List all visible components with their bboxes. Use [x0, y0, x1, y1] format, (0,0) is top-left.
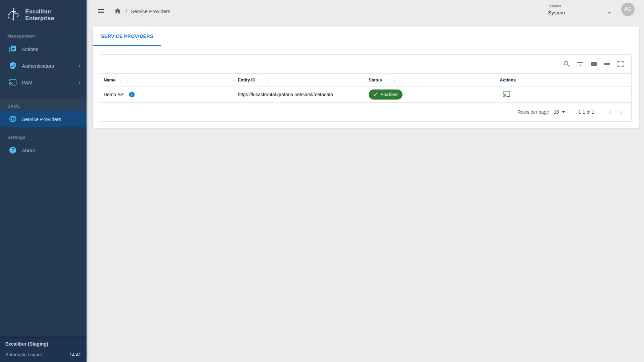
- search-icon[interactable]: [563, 60, 571, 68]
- column-label: Actions: [500, 77, 516, 82]
- app-root: Excalibur Enterprise Management Actions …: [0, 0, 644, 362]
- breadcrumb: / Service Providers: [114, 7, 170, 15]
- cell-status: Enabled: [365, 86, 496, 103]
- home-icon[interactable]: [114, 7, 121, 15]
- tenants-label: Tenants: [548, 4, 614, 8]
- sidebar-item-authenticators[interactable]: Authenticators ›: [0, 57, 87, 74]
- app-title: Excalibur Enterprise: [25, 8, 81, 22]
- rows-per-page-label: Rows per page: [518, 109, 549, 115]
- sort-icon[interactable]: ↑↓: [385, 78, 388, 82]
- dropdown-arrow-icon: [608, 12, 611, 13]
- section-label-settings: Settings: [0, 135, 87, 140]
- column-menu-icon[interactable]: ⋮: [265, 77, 271, 83]
- column-header-name: Name↑↓⋮: [100, 74, 234, 86]
- pagination-range: 1-1 of 1: [579, 109, 594, 115]
- logo-row: Excalibur Enterprise: [0, 0, 87, 26]
- environment-name: Excalibur (Staging): [5, 341, 81, 347]
- cast-screen-icon: [9, 78, 17, 86]
- sidebar-item-label: PAM: [22, 80, 32, 85]
- cast-action-icon[interactable]: [502, 90, 511, 98]
- menu-icon[interactable]: [97, 7, 105, 15]
- rows-per-page-select[interactable]: 10: [554, 109, 567, 115]
- column-label: Name: [104, 77, 115, 82]
- table-toolbar: [100, 55, 631, 73]
- section-label-saml: SAML: [0, 104, 87, 109]
- footer-divider: [5, 349, 81, 349]
- table-header-row: Name↑↓⋮ Entity ID↑↓⋮ Status↑↓⋮ Actions: [100, 74, 631, 86]
- columns-icon[interactable]: [590, 60, 598, 68]
- saml-group: SAML Service Providers: [0, 99, 87, 127]
- sidebar-item-label: Actions: [22, 46, 38, 52]
- cell-name: Demo SP: [100, 86, 234, 103]
- info-icon[interactable]: [128, 91, 135, 98]
- breadcrumb-separator: /: [125, 8, 127, 14]
- tabbar: SERVICE PROVIDERS: [93, 26, 639, 46]
- sidebar-item-label: Service Providers: [22, 116, 61, 122]
- column-menu-icon[interactable]: ⋮: [125, 77, 131, 83]
- table-row: Demo SP https://lukasfrantal.grafana.net…: [100, 86, 631, 103]
- sidebar-item-actions[interactable]: Actions: [0, 41, 87, 57]
- tenant-value-row: System: [548, 8, 614, 18]
- sidebar-item-label: Authenticators: [22, 63, 54, 69]
- service-providers-card: SERVICE PROVIDERS Name↑↓⋮: [93, 26, 639, 128]
- library-books-icon: [9, 45, 17, 53]
- help-icon: [9, 146, 17, 154]
- check-icon: [373, 92, 378, 97]
- sidebar: Excalibur Enterprise Management Actions …: [0, 0, 87, 362]
- pagination: Rows per page 10 1-1 of 1 ‹ ›: [100, 103, 631, 121]
- table-panel: Name↑↓⋮ Entity ID↑↓⋮ Status↑↓⋮ Actions: [100, 54, 632, 122]
- chevron-right-icon: ›: [78, 79, 80, 85]
- excalibur-logo-icon: [6, 7, 21, 23]
- rows-per-page-value: 10: [554, 109, 559, 115]
- column-header-entity-id: Entity ID↑↓⋮: [234, 74, 365, 86]
- main-area: / Service Providers Tenants System AS SE…: [87, 0, 644, 362]
- automatic-logout-label: Automatic Logout:: [5, 352, 43, 357]
- status-label: Enabled: [380, 92, 397, 97]
- column-label: Entity ID: [238, 77, 256, 82]
- fullscreen-icon[interactable]: [616, 60, 625, 68]
- user-avatar[interactable]: AS: [621, 3, 635, 16]
- column-header-actions: Actions: [496, 74, 631, 86]
- service-providers-table: Name↑↓⋮ Entity ID↑↓⋮ Status↑↓⋮ Actions: [100, 73, 631, 103]
- column-header-status: Status↑↓⋮: [365, 74, 496, 86]
- sidebar-item-service-providers[interactable]: Service Providers: [0, 111, 87, 127]
- sidebar-item-about[interactable]: About: [0, 142, 87, 159]
- status-badge: Enabled: [369, 89, 402, 100]
- sp-name: Demo SP: [104, 92, 124, 97]
- sidebar-spacer: [0, 159, 87, 337]
- density-icon[interactable]: [603, 60, 611, 68]
- automatic-logout-timer: 14:41: [69, 352, 81, 357]
- cell-entity-id: https://lukasfrantal.grafana.net/saml/me…: [234, 86, 365, 103]
- topbar: / Service Providers Tenants System AS: [87, 0, 644, 22]
- breadcrumb-current: Service Providers: [131, 8, 170, 14]
- tab-service-providers[interactable]: SERVICE PROVIDERS: [93, 26, 161, 46]
- chevron-right-icon: ›: [78, 63, 80, 69]
- shield-check-icon: [9, 62, 17, 70]
- column-menu-icon[interactable]: ⋮: [391, 77, 397, 83]
- column-label: Status: [369, 77, 382, 82]
- sidebar-item-pam[interactable]: PAM ›: [0, 74, 87, 91]
- dropdown-arrow-icon: [562, 111, 565, 113]
- next-page-button[interactable]: ›: [616, 108, 627, 116]
- section-label-management: Management: [0, 34, 87, 39]
- previous-page-button[interactable]: ‹: [605, 108, 616, 116]
- tenant-selected-value: System: [548, 10, 565, 15]
- filter-icon[interactable]: [576, 60, 584, 68]
- tenants-select[interactable]: Tenants System: [548, 4, 614, 18]
- cell-actions: [496, 86, 631, 103]
- sort-icon[interactable]: ↑↓: [259, 78, 262, 82]
- logout-row: Automatic Logout: 14:41: [5, 352, 81, 357]
- topbar-right: Tenants System AS: [548, 4, 635, 18]
- sidebar-footer: Excalibur (Staging) Automatic Logout: 14…: [0, 337, 87, 362]
- globe-icon: [9, 115, 17, 123]
- sort-icon[interactable]: ↑↓: [119, 78, 121, 82]
- sidebar-item-label: About: [22, 147, 35, 153]
